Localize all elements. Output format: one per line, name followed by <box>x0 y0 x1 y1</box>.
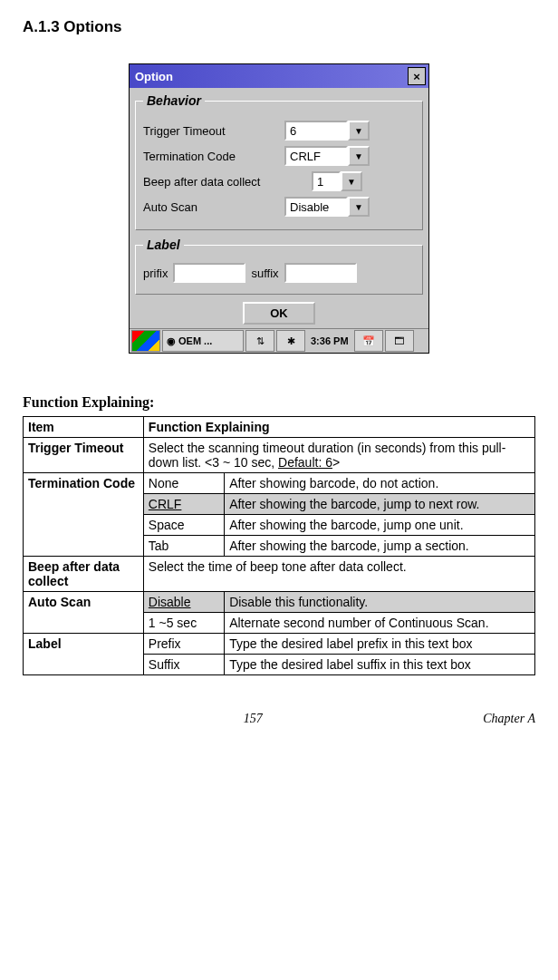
cell-desc: After showing the barcode, jump to next … <box>225 494 535 515</box>
window-body: Behavior Trigger Timeout 6 ▼ Termination… <box>130 88 428 328</box>
bluetooth-icon[interactable]: ✱ <box>276 330 305 352</box>
page-footer: 157 Chapter A <box>23 712 535 726</box>
cell-desc: Alternate second number of Continuous Sc… <box>225 613 535 634</box>
auto-scan-label: Auto Scan <box>143 200 279 214</box>
cell-item: Label <box>24 634 144 675</box>
title-bar: Option × <box>130 64 428 88</box>
trigger-timeout-value: 6 <box>284 121 348 141</box>
table-row: Auto Scan Disable Disable this functiona… <box>24 592 535 613</box>
cell-desc: Select the scanning timeout duration (in… <box>143 438 534 473</box>
behavior-legend: Behavior <box>143 93 205 108</box>
chevron-down-icon[interactable]: ▼ <box>348 146 370 166</box>
suffix-label: suffix <box>251 267 278 280</box>
taskbar-oem-button[interactable]: ◉ OEM ... <box>162 330 244 352</box>
function-explaining-heading: Function Explaining: <box>23 394 535 411</box>
screenshot-container: Option × Behavior Trigger Timeout 6 ▼ Te… <box>23 63 535 354</box>
cell-desc: Select the time of beep tone after data … <box>143 557 534 592</box>
ok-row: OK <box>135 302 423 325</box>
header-function: Function Explaining <box>143 417 534 438</box>
chapter-label: Chapter A <box>483 712 535 726</box>
prefix-input[interactable] <box>173 263 245 283</box>
calendar-icon[interactable]: 📅 <box>354 330 383 352</box>
cell-option: Tab <box>143 536 224 557</box>
trigger-timeout-row: Trigger Timeout 6 ▼ <box>143 121 415 141</box>
cell-option: Suffix <box>143 655 224 675</box>
behavior-group: Behavior Trigger Timeout 6 ▼ Termination… <box>135 93 423 230</box>
label-legend: Label <box>143 238 184 252</box>
label-group: Label prifix suffix <box>135 238 423 295</box>
beep-row: Beep after data collect 1 ▼ <box>143 171 415 191</box>
text: > <box>332 455 340 470</box>
termination-code-value: CRLF <box>284 146 348 166</box>
table-row: Label Prefix Type the desired label pref… <box>24 634 535 655</box>
cell-desc: After showing the barcode, jump a sectio… <box>225 536 535 557</box>
window-title: Option <box>135 70 173 83</box>
start-icon[interactable] <box>131 330 160 352</box>
table-row: Trigger Timeout Select the scanning time… <box>24 438 535 473</box>
cell-option: Space <box>143 515 224 536</box>
auto-scan-dropdown[interactable]: Disable ▼ <box>284 197 370 217</box>
default-text: Default: 6 <box>278 455 332 470</box>
close-icon[interactable]: × <box>408 67 426 85</box>
prefix-label: prifix <box>143 267 168 280</box>
table-row: Beep after data collect Select the time … <box>24 557 535 592</box>
cell-desc: After showing barcode, do not action. <box>225 473 535 494</box>
taskbar: ◉ OEM ... ⇅ ✱ 3:36 PM 📅 🗔 <box>130 328 428 353</box>
table-row: Termination Code None After showing barc… <box>24 473 535 494</box>
beep-value: 1 <box>312 171 341 191</box>
taskbar-time: 3:36 PM <box>307 331 352 351</box>
cell-desc: Type the desired label prefix in this te… <box>225 634 535 655</box>
auto-scan-row: Auto Scan Disable ▼ <box>143 197 415 217</box>
desktop-icon[interactable]: 🗔 <box>385 330 414 352</box>
cell-item: Termination Code <box>24 473 144 557</box>
label-row: prifix suffix <box>143 263 415 283</box>
cell-option: 1 ~5 sec <box>143 613 224 634</box>
page-number: 157 <box>244 712 263 726</box>
gear-icon: ◉ <box>167 335 176 347</box>
termination-code-dropdown[interactable]: CRLF ▼ <box>284 146 370 166</box>
cell-item: Auto Scan <box>24 592 144 634</box>
cell-desc: After showing the barcode, jump one unit… <box>225 515 535 536</box>
ok-button[interactable]: OK <box>243 302 315 325</box>
cell-desc: Type the desired label suffix in this te… <box>225 655 535 675</box>
cell-desc: Disable this functionality. <box>225 592 535 613</box>
cell-option: Disable <box>143 592 224 613</box>
network-icon[interactable]: ⇅ <box>245 330 274 352</box>
beep-label: Beep after data collect <box>143 175 306 189</box>
trigger-timeout-label: Trigger Timeout <box>143 124 279 138</box>
cell-option: Prefix <box>143 634 224 655</box>
termination-code-label: Termination Code <box>143 150 279 163</box>
cell-item: Trigger Timeout <box>24 438 144 473</box>
auto-scan-value: Disable <box>284 197 348 217</box>
chevron-down-icon[interactable]: ▼ <box>341 171 362 191</box>
termination-code-row: Termination Code CRLF ▼ <box>143 146 415 166</box>
chevron-down-icon[interactable]: ▼ <box>348 197 370 217</box>
cell-option: CRLF <box>143 494 224 515</box>
table-header-row: Item Function Explaining <box>24 417 535 438</box>
header-item: Item <box>24 417 144 438</box>
beep-dropdown[interactable]: 1 ▼ <box>312 171 362 191</box>
chevron-down-icon[interactable]: ▼ <box>348 121 370 141</box>
cell-item: Beep after data collect <box>24 557 144 592</box>
suffix-input[interactable] <box>284 263 357 283</box>
option-window: Option × Behavior Trigger Timeout 6 ▼ Te… <box>129 63 429 354</box>
function-explaining-table: Item Function Explaining Trigger Timeout… <box>23 416 535 675</box>
taskbar-oem-label: OEM ... <box>178 335 212 346</box>
cell-option: None <box>143 473 224 494</box>
trigger-timeout-dropdown[interactable]: 6 ▼ <box>284 121 370 141</box>
section-heading: A.1.3 Options <box>23 18 535 36</box>
